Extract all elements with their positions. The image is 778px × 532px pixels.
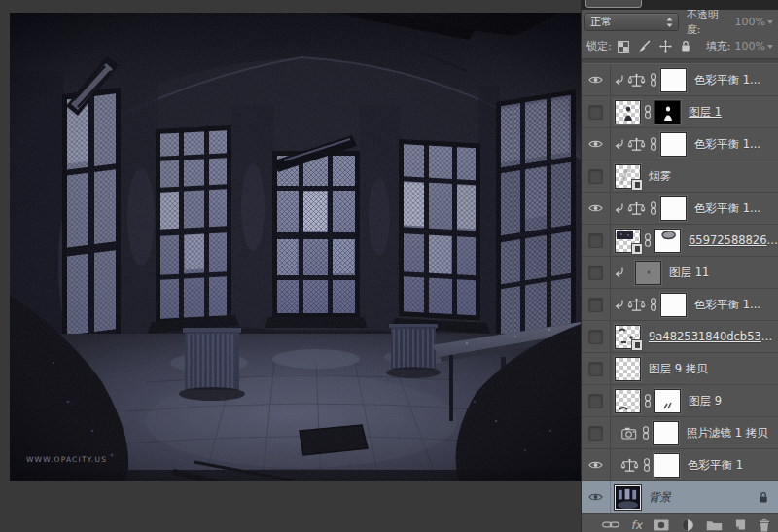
- photo-filter-icon[interactable]: [621, 427, 638, 440]
- layer-name[interactable]: 图层 9: [689, 394, 722, 408]
- delete-layer-button[interactable]: [759, 518, 770, 532]
- layer-mask-thumbnail[interactable]: [660, 196, 687, 221]
- opacity-caret-icon[interactable]: [767, 20, 773, 24]
- layer-row-659725888265[interactable]: 659725888265...: [582, 225, 778, 257]
- layer-thumbnail[interactable]: [615, 325, 641, 349]
- mask-link-icon[interactable]: [650, 73, 657, 87]
- layer-row-smoke[interactable]: 烟雾: [582, 160, 778, 193]
- layer-name[interactable]: 照片滤镜 1 拷贝: [687, 426, 768, 441]
- layer-mask-thumbnail[interactable]: [660, 293, 687, 317]
- layer-name[interactable]: 图层 1: [689, 105, 722, 120]
- layer-row-color-balance-4[interactable]: 色彩平衡 1...: [582, 289, 778, 321]
- new-layer-button[interactable]: [734, 518, 747, 531]
- lock-transparency-icon[interactable]: [618, 41, 629, 53]
- layer-visibility-toggle[interactable]: [582, 449, 611, 480]
- color-balance-icon[interactable]: [627, 137, 646, 152]
- layer-row-layer-11[interactable]: 图层 11: [582, 257, 778, 289]
- layer-visibility-toggle[interactable]: [582, 64, 611, 95]
- layer-thumbnail[interactable]: [615, 485, 641, 510]
- layer-visibility-toggle[interactable]: [582, 96, 611, 127]
- layer-row-background[interactable]: 背景: [582, 481, 778, 514]
- new-group-button[interactable]: [706, 519, 723, 531]
- mask-link-icon[interactable]: [644, 105, 652, 119]
- mask-link-icon[interactable]: [650, 201, 657, 215]
- partial-combo-box: [585, 0, 642, 8]
- adjustment-layer-icon: [681, 518, 694, 532]
- opacity-value[interactable]: 100%: [735, 16, 765, 28]
- document-image[interactable]: WWW.OPACITY.US: [10, 13, 581, 481]
- layer-row-color-balance-1[interactable]: 色彩平衡 1: [582, 449, 778, 481]
- layer-mask-thumbnail[interactable]: [654, 389, 681, 413]
- layer-visibility-toggle[interactable]: [582, 225, 611, 256]
- mask-link-icon[interactable]: [644, 233, 652, 247]
- lock-all-icon[interactable]: [681, 40, 690, 53]
- room-mini-preview: [616, 486, 640, 509]
- layer-visibility-toggle[interactable]: [582, 481, 611, 513]
- layer-row-layer-1[interactable]: 图层 1: [582, 96, 778, 128]
- layer-thumbnail[interactable]: [615, 389, 641, 413]
- layer-row-color-balance-3[interactable]: 色彩平衡 1...: [582, 193, 778, 225]
- layer-visibility-toggle[interactable]: [582, 353, 611, 384]
- panel-top-strip: [582, 0, 778, 10]
- layer-name[interactable]: 图层 9 拷贝: [649, 362, 708, 376]
- layer-thumbnail[interactable]: [635, 261, 661, 285]
- fill-caret-icon[interactable]: [767, 45, 773, 49]
- layer-thumbnail[interactable]: [615, 100, 641, 124]
- color-balance-icon[interactable]: [627, 298, 646, 312]
- layer-name[interactable]: 背景: [649, 490, 671, 505]
- layer-name[interactable]: 9a482531840dcb535990...: [649, 330, 778, 343]
- layer-visibility-toggle[interactable]: [582, 321, 611, 352]
- layer-thumbnail[interactable]: [615, 229, 641, 253]
- layer-mask-thumbnail[interactable]: [654, 453, 680, 478]
- color-balance-icon[interactable]: [620, 458, 639, 473]
- color-balance-icon[interactable]: [627, 73, 646, 88]
- layer-visibility-toggle[interactable]: [582, 128, 611, 160]
- layer-mask-thumbnail[interactable]: [660, 132, 687, 157]
- color-balance-icon[interactable]: [627, 201, 646, 216]
- layer-visibility-toggle[interactable]: [582, 160, 611, 192]
- link-layers-button[interactable]: [602, 520, 619, 529]
- layer-row-color-balance-top[interactable]: 色彩平衡 1...: [582, 64, 778, 96]
- blend-mode-dropdown[interactable]: 正常: [584, 13, 679, 31]
- mask-link-icon[interactable]: [643, 458, 651, 472]
- layer-mask-thumbnail[interactable]: [654, 229, 681, 253]
- layer-row-9a4825[interactable]: 9a482531840dcb535990...: [582, 321, 778, 353]
- lock-position-move-icon[interactable]: [659, 40, 672, 53]
- clipping-mask-arrow-icon: [615, 267, 624, 277]
- layer-name[interactable]: 色彩平衡 1...: [694, 298, 760, 312]
- mask-link-icon[interactable]: [650, 298, 657, 311]
- clipping-mask-arrow-icon: [615, 75, 624, 85]
- add-layer-mask-button[interactable]: [654, 519, 669, 531]
- mask-link-icon[interactable]: [642, 426, 650, 440]
- layer-style-button[interactable]: fx: [631, 519, 642, 531]
- layer-row-layer-9-copy[interactable]: 图层 9 拷贝: [582, 353, 778, 385]
- hidden-eye-box: [588, 394, 603, 408]
- mask-link-icon[interactable]: [650, 137, 657, 151]
- mask-link-icon[interactable]: [644, 394, 652, 408]
- layer-row-color-balance-2[interactable]: 色彩平衡 1...: [582, 128, 778, 160]
- layer-name[interactable]: 色彩平衡 1...: [694, 137, 760, 152]
- layer-mask-thumbnail[interactable]: [654, 100, 681, 124]
- layer-mask-thumbnail[interactable]: [660, 68, 687, 92]
- layer-name[interactable]: 659725888265...: [689, 233, 778, 247]
- layer-name[interactable]: 色彩平衡 1...: [694, 201, 760, 216]
- layer-name[interactable]: 烟雾: [649, 169, 671, 184]
- lock-paint-brush-icon[interactable]: [638, 40, 651, 53]
- layer-row-layer-9[interactable]: 图层 9: [582, 385, 778, 417]
- layer-thumbnail[interactable]: [615, 357, 641, 381]
- new-adjustment-layer-button[interactable]: [681, 518, 694, 532]
- fill-label: 填充:: [706, 39, 731, 53]
- layer-mask-thumbnail[interactable]: [653, 421, 679, 445]
- layer-visibility-toggle[interactable]: [582, 385, 611, 416]
- layer-thumbnail[interactable]: [615, 164, 641, 189]
- layer-name[interactable]: 色彩平衡 1: [688, 458, 743, 473]
- layer-visibility-toggle[interactable]: [582, 193, 611, 224]
- fill-value[interactable]: 100%: [735, 40, 765, 53]
- layer-row-photo-filter-copy[interactable]: 照片滤镜 1 拷贝: [582, 417, 778, 449]
- layer-visibility-toggle[interactable]: [582, 289, 611, 320]
- smart-object-badge-icon: [631, 243, 643, 255]
- layer-name[interactable]: 图层 11: [669, 266, 709, 280]
- layer-visibility-toggle[interactable]: [582, 417, 611, 448]
- layer-visibility-toggle[interactable]: [582, 257, 611, 288]
- layer-name[interactable]: 色彩平衡 1...: [694, 73, 760, 88]
